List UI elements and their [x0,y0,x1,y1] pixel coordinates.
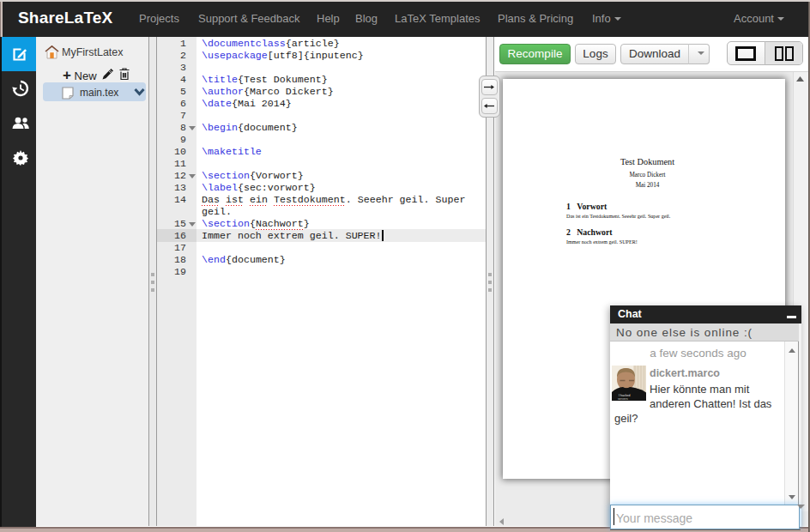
svg-text:servers: servers [618,397,628,401]
